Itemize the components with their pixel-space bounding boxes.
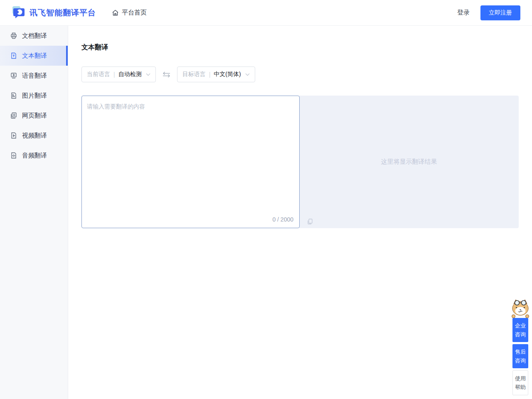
sidebar-item-text[interactable]: 文本翻译	[0, 46, 68, 66]
video-translate-icon	[10, 132, 17, 139]
button-label-line: 咨询	[512, 356, 528, 365]
sidebar: 文档翻译文本翻译语音翻译图片翻译网页翻译视频翻译音频翻译	[0, 26, 68, 399]
usage-help-button[interactable]: 使用帮助	[512, 370, 528, 395]
sidebar-item-label: 文本翻译	[22, 52, 47, 60]
sidebar-item-audio[interactable]: 音频翻译	[0, 145, 68, 165]
text-translate-icon	[10, 52, 17, 59]
divider: |	[209, 71, 211, 78]
target-language-label: 目标语言	[182, 71, 206, 78]
logo[interactable]: 讯飞智能翻译平台	[12, 5, 96, 21]
target-language-value: 中文(简体)	[214, 71, 241, 78]
dog-mascot-icon	[510, 299, 530, 320]
home-icon	[112, 9, 119, 16]
button-label-line: 咨询	[512, 330, 528, 339]
translation-result-panel: 这里将显示翻译结果	[299, 96, 519, 228]
language-bar: 当前语言 | 自动检测 目标语言 | 中文(简体)	[81, 66, 519, 82]
sidebar-item-label: 语音翻译	[22, 72, 47, 80]
logo-text: 讯飞智能翻译平台	[30, 7, 96, 18]
chevron-down-icon	[146, 73, 150, 76]
floating-help-widget: 企业咨询售后咨询使用帮助	[512, 299, 528, 395]
chevron-down-icon	[245, 73, 250, 76]
button-label-line: 帮助	[513, 383, 528, 392]
app-root: 讯飞智能翻译平台 平台首页 登录 立即注册 文档翻译文本翻译语音翻译图片翻译网页…	[0, 0, 532, 399]
main-content: 文本翻译 当前语言 | 自动检测 目标语言 | 中文(简体)	[68, 26, 532, 399]
source-language-label: 当前语言	[87, 71, 110, 78]
sidebar-item-label: 视频翻译	[22, 132, 47, 140]
sidebar-item-voice[interactable]: 语音翻译	[0, 66, 68, 86]
webpage-translate-icon	[10, 112, 17, 119]
sidebar-item-document[interactable]: 文档翻译	[0, 26, 68, 46]
char-counter: 0 / 2000	[272, 216, 293, 223]
logo-icon	[12, 5, 26, 21]
document-translate-icon	[10, 32, 17, 39]
source-language-value: 自动检测	[118, 71, 142, 78]
button-label-line: 使用	[513, 374, 528, 383]
divider: |	[113, 71, 115, 78]
sidebar-item-label: 图片翻译	[22, 92, 47, 100]
aftersales-consult-button[interactable]: 售后咨询	[512, 344, 528, 368]
button-label-line: 企业	[512, 321, 528, 330]
header-actions: 登录 立即注册	[457, 5, 520, 20]
register-button[interactable]: 立即注册	[480, 5, 520, 20]
swap-languages-icon[interactable]	[162, 71, 171, 78]
sidebar-item-image[interactable]: 图片翻译	[0, 86, 68, 106]
nav-home-label: 平台首页	[122, 9, 147, 17]
source-text-panel: 0 / 2000	[81, 96, 300, 228]
enterprise-consult-button[interactable]: 企业咨询	[512, 318, 528, 342]
nav-home-link[interactable]: 平台首页	[112, 9, 147, 17]
button-label-line: 售后	[512, 347, 528, 356]
header: 讯飞智能翻译平台 平台首页 登录 立即注册	[0, 0, 532, 26]
audio-translate-icon	[10, 152, 17, 159]
copy-icon[interactable]	[307, 218, 313, 225]
sidebar-item-video[interactable]: 视频翻译	[0, 126, 68, 145]
login-link[interactable]: 登录	[457, 9, 470, 17]
sidebar-item-label: 文档翻译	[22, 32, 47, 40]
source-language-select[interactable]: 当前语言 | 自动检测	[81, 66, 156, 82]
sidebar-item-label: 网页翻译	[22, 112, 47, 120]
image-translate-icon	[10, 92, 17, 99]
source-text-input[interactable]	[82, 96, 299, 228]
page-title: 文本翻译	[81, 43, 519, 52]
result-placeholder: 这里将显示翻译结果	[381, 158, 437, 166]
sidebar-item-webpage[interactable]: 网页翻译	[0, 106, 68, 126]
target-language-select[interactable]: 目标语言 | 中文(简体)	[177, 66, 255, 82]
voice-translate-icon	[10, 72, 17, 79]
sidebar-item-label: 音频翻译	[22, 152, 47, 160]
translation-panels: 0 / 2000 这里将显示翻译结果	[81, 96, 519, 228]
